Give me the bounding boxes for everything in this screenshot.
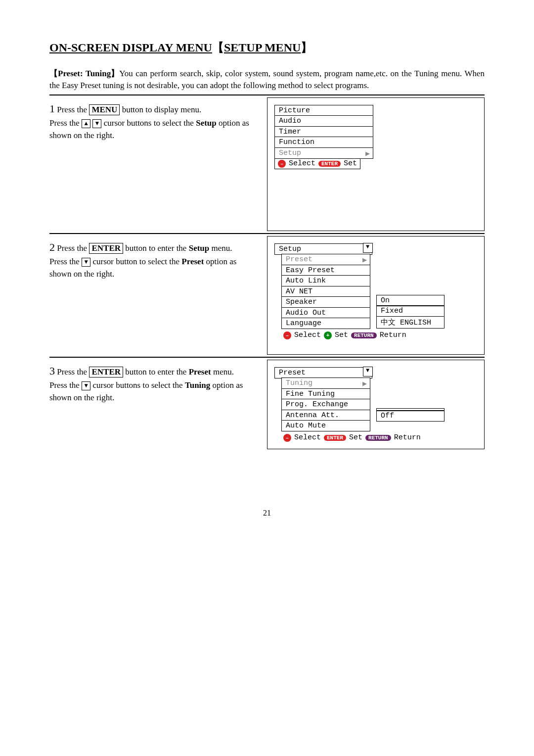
menu-item: Timer: [274, 126, 373, 138]
value-box: On: [376, 295, 445, 306]
menu-item: Function: [274, 137, 373, 148]
value-box: Fixed: [376, 305, 445, 317]
right-arrow-icon: ▶: [365, 149, 370, 158]
hint-bar: –Select ENTERSet: [274, 158, 360, 169]
menu-item: Speaker: [281, 296, 370, 308]
down-arrow-icon: ▼: [82, 258, 90, 267]
up-arrow-icon: ▲: [82, 119, 90, 128]
down-tri-icon: ▼: [363, 243, 373, 253]
down-arrow-icon: ▼: [82, 381, 90, 390]
minus-icon: –: [278, 160, 286, 168]
page-number: 21: [49, 509, 485, 518]
enter-pill-icon: ENTER: [324, 435, 346, 441]
menu-header: Preset ▼: [274, 367, 372, 378]
menu-item: Auto Link: [281, 275, 370, 286]
step-2-text: 2 Press the ENTER button to enter the Se…: [49, 236, 257, 355]
plus-icon: +: [324, 331, 332, 339]
enter-key: ENTER: [89, 243, 123, 254]
menu-item: Picture: [274, 105, 373, 116]
down-arrow-icon: ▼: [92, 119, 101, 128]
return-pill-icon: RETURN: [365, 435, 391, 441]
page-title: ON-SCREEN DISPLAY MENU【SETUP MENU】: [49, 40, 485, 55]
menu-item: Prog. Exchange: [281, 399, 370, 410]
osd-screenshot-2: Setup ▼ Preset▶ Easy Preset Auto Link AV…: [267, 236, 485, 355]
menu-item: Fine Tuning: [281, 388, 370, 400]
menu-key: MENU: [89, 104, 120, 115]
menu-header: Setup ▼: [274, 243, 372, 255]
minus-icon: –: [283, 434, 291, 442]
hint-bar: –Select ENTERSet RETURNReturn: [281, 433, 421, 442]
value-box: 中文 ENGLISH: [376, 316, 445, 329]
hint-bar: –Select +Set RETURNReturn: [281, 331, 406, 339]
menu-item: Easy Preset: [281, 265, 370, 276]
minus-icon: –: [283, 331, 291, 339]
return-pill-icon: RETURN: [351, 332, 377, 338]
menu-item-selected: Preset▶: [281, 254, 370, 265]
step-1-text: 1 Press the MENU button to display menu.…: [49, 97, 257, 231]
menu-item-selected: Tuning▶: [281, 378, 370, 389]
menu-item: Auto Mute: [281, 420, 370, 431]
menu-item: Antenna Att.: [281, 410, 370, 421]
right-arrow-icon: ▶: [362, 379, 367, 388]
osd-screenshot-1: Picture Audio Timer Function Setup▶ –Sel…: [267, 97, 485, 231]
menu-item: AV NET: [281, 286, 370, 297]
value-box: Off: [376, 410, 445, 422]
down-tri-icon: ▼: [363, 367, 373, 377]
enter-key: ENTER: [89, 367, 123, 378]
menu-item: Audio Out: [281, 307, 370, 319]
osd-screenshot-3: Preset ▼ Tuning▶ Fine Tuning Prog. Excha…: [267, 360, 485, 450]
right-arrow-icon: ▶: [362, 255, 367, 265]
menu-item: Audio: [274, 115, 373, 127]
menu-item-selected: Setup▶: [274, 147, 373, 159]
enter-pill-icon: ENTER: [318, 161, 341, 167]
intro-paragraph: 【Preset: Tuning】You can perform search, …: [49, 68, 485, 95]
step-3-text: 3 Press the ENTER button to enter the Pr…: [49, 360, 257, 450]
menu-item: Language: [281, 318, 370, 329]
